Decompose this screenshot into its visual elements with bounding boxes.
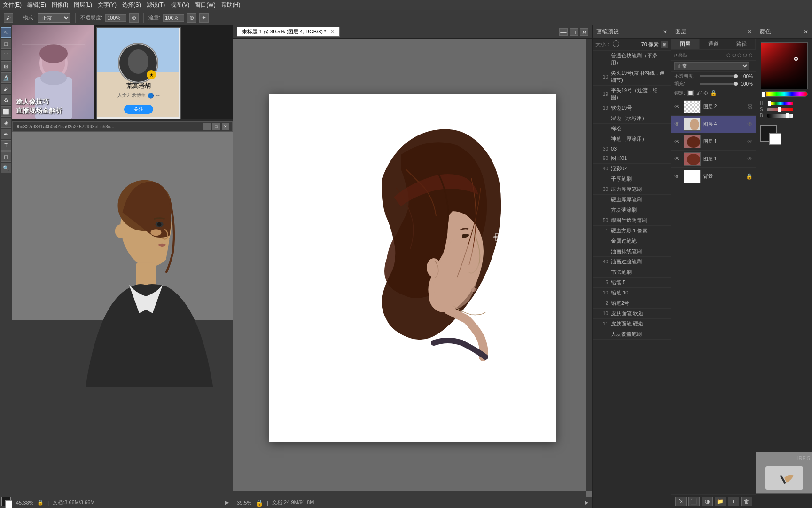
layer-eye-bg[interactable]: 👁 bbox=[674, 173, 681, 180]
layer-vis-1b[interactable]: 👁 bbox=[747, 156, 753, 162]
lock-all[interactable]: 🔒 bbox=[710, 90, 717, 96]
play-icon[interactable]: ▶ bbox=[225, 500, 229, 506]
adj-btn[interactable]: ◑ bbox=[702, 497, 713, 506]
eraser-tool[interactable]: ⬜ bbox=[1, 106, 11, 117]
menu-text[interactable]: 文字(Y) bbox=[98, 1, 117, 9]
delete-layer-btn[interactable]: 🗑 bbox=[741, 497, 752, 506]
brush-item-16[interactable]: 金属过笔笔 bbox=[593, 236, 671, 246]
h-thumb[interactable] bbox=[767, 101, 771, 106]
brush-item-3[interactable]: 19 软边19号 bbox=[593, 103, 671, 113]
opacity-thumb[interactable] bbox=[734, 74, 738, 78]
s-thumb[interactable] bbox=[778, 107, 781, 112]
paint-bucket-tool[interactable]: ◈ bbox=[1, 118, 11, 128]
zoom-tool[interactable]: 🔍 bbox=[1, 163, 11, 173]
lock-transparent[interactable]: 🔲 bbox=[687, 90, 694, 96]
blend-mode-dropdown[interactable]: 正常 bbox=[38, 13, 70, 23]
brush-item-2[interactable]: 19 平头19号（过渡，细圆） bbox=[593, 86, 671, 103]
brush-tool-icon[interactable]: 🖌 bbox=[4, 13, 13, 23]
s-slider[interactable] bbox=[767, 108, 793, 111]
brush-item-6[interactable]: 神笔（厚涂用） bbox=[593, 134, 671, 144]
lock-paint[interactable]: 🖌 bbox=[696, 90, 702, 96]
brush-item-17[interactable]: 油画排线笔刷 bbox=[593, 246, 671, 257]
brush-item-21[interactable]: 10 铅笔 10 bbox=[593, 288, 671, 298]
layer-item-bg[interactable]: 👁 背景 🔒 bbox=[671, 168, 756, 185]
hue-thumb[interactable] bbox=[761, 91, 766, 98]
hue-slider[interactable] bbox=[761, 91, 808, 97]
color-close[interactable]: ✕ bbox=[804, 29, 808, 35]
brush-item-11[interactable]: 30 压力厚厚笔刷 bbox=[593, 184, 671, 195]
brush-item-13[interactable]: 方块薄涂刷 bbox=[593, 205, 671, 215]
stream-close-btn[interactable]: ✕ bbox=[222, 123, 229, 130]
lock-move[interactable]: ✣ bbox=[703, 90, 708, 96]
layer-item-1a[interactable]: 👁 图层 1 👁 bbox=[671, 133, 756, 151]
h-scrollbar[interactable] bbox=[233, 491, 586, 497]
menu-help[interactable]: 帮助(H) bbox=[221, 1, 241, 9]
shape-tool[interactable]: ◻ bbox=[1, 151, 11, 162]
new-layer-btn[interactable]: + bbox=[728, 497, 739, 506]
v-scrollbar[interactable] bbox=[586, 39, 592, 491]
minimize-btn[interactable]: — bbox=[559, 28, 568, 36]
brush-item-9[interactable]: 40 混彩02 bbox=[593, 164, 671, 174]
color-minimize[interactable]: — bbox=[796, 29, 802, 35]
play-btn[interactable]: ▶ bbox=[585, 500, 588, 506]
brush-item-12[interactable]: 硬边厚厚笔刷 bbox=[593, 195, 671, 205]
brush-item-1[interactable]: 10 尖头19号(常用勾线，画细节) bbox=[593, 68, 671, 86]
menu-file[interactable]: 文件(E) bbox=[3, 1, 22, 9]
layers-minimize[interactable]: — bbox=[739, 29, 744, 35]
stream-restore-btn[interactable]: □ bbox=[212, 123, 220, 130]
layer-item-1b[interactable]: 👁 图层 1 👁 bbox=[671, 151, 756, 168]
brush-item-22[interactable]: 2 铅笔2号 bbox=[593, 298, 671, 309]
marquee-tool[interactable]: □ bbox=[1, 39, 11, 49]
bg-swatch[interactable] bbox=[769, 133, 781, 145]
menu-filter[interactable]: 滤镜(T) bbox=[147, 1, 165, 9]
menu-select[interactable]: 选择(S) bbox=[122, 1, 141, 9]
brush-item-15[interactable]: 1 硬边方形 1 像素 bbox=[593, 226, 671, 236]
menu-layer[interactable]: 图层(L) bbox=[74, 1, 92, 9]
flow-input[interactable] bbox=[163, 14, 184, 22]
tab-layers[interactable]: 图层 bbox=[671, 39, 700, 49]
crop-tool[interactable]: ⊠ bbox=[1, 61, 11, 71]
eyedrop-tool[interactable]: 🔬 bbox=[1, 72, 11, 83]
stream-minimize-btn[interactable]: — bbox=[203, 123, 211, 130]
opacity-icon[interactable]: ⊕ bbox=[129, 13, 139, 23]
menu-edit[interactable]: 编辑(E) bbox=[27, 1, 46, 9]
restore-btn[interactable]: □ bbox=[570, 28, 578, 36]
move-tool[interactable]: ↖ bbox=[1, 27, 11, 38]
layer-eye-1a[interactable]: 👁 bbox=[674, 138, 681, 145]
tab-paths[interactable]: 路径 bbox=[727, 39, 756, 49]
mask-btn[interactable]: ⬛ bbox=[688, 497, 700, 506]
brush-item-7[interactable]: 30 03 bbox=[593, 144, 671, 153]
brush-item-18[interactable]: 40 油画过渡笔刷 bbox=[593, 257, 671, 267]
brush-item-24[interactable]: 11 皮肤面笔·硬边 bbox=[593, 319, 671, 329]
layer-eye-2[interactable]: 👁 bbox=[674, 103, 681, 110]
lasso-tool[interactable]: ⌒ bbox=[1, 50, 11, 60]
canvas-tab-active[interactable]: 未标题-1 @ 39.5% (图层 4, RGB/8) * ✕ bbox=[237, 27, 340, 37]
layer-item-4[interactable]: 👁 图层 4 👁 bbox=[671, 116, 756, 133]
fill-track[interactable] bbox=[700, 83, 738, 85]
layer-vis-1a[interactable]: 👁 bbox=[747, 138, 753, 145]
brush-item-0[interactable]: 普通色块笔刷（平滑用） bbox=[593, 51, 671, 68]
airbrush-icon[interactable]: ✦ bbox=[199, 13, 209, 23]
opacity-track[interactable] bbox=[700, 75, 738, 77]
fill-thumb[interactable] bbox=[734, 82, 738, 86]
layer-eye-4[interactable]: 👁 bbox=[674, 121, 681, 127]
brush-item-10[interactable]: 千厚笔刷 bbox=[593, 174, 671, 184]
fx-btn[interactable]: fx bbox=[675, 497, 687, 506]
brush-minimize[interactable]: — bbox=[654, 29, 660, 35]
group-btn[interactable]: 📁 bbox=[715, 497, 726, 506]
menu-window[interactable]: 窗口(W) bbox=[195, 1, 215, 9]
brush-item-23[interactable]: 10 皮肤面笔·软边 bbox=[593, 309, 671, 319]
pen-tool[interactable]: ✒ bbox=[1, 129, 11, 139]
follow-icon[interactable]: 🔵 bbox=[148, 93, 154, 99]
follow-button[interactable]: 关注 bbox=[124, 105, 153, 114]
brush-item-19[interactable]: 书法笔刷 bbox=[593, 267, 671, 278]
clone-tool[interactable]: ♻ bbox=[1, 95, 11, 105]
opacity-input[interactable] bbox=[105, 14, 126, 22]
close-btn[interactable]: ✕ bbox=[580, 28, 588, 36]
brush-close[interactable]: ✕ bbox=[663, 29, 667, 35]
flow-icon[interactable]: ⊕ bbox=[187, 13, 196, 23]
brush-tool[interactable]: 🖌 bbox=[1, 84, 11, 94]
brush-item-14[interactable]: 50 糊圆半透明笔刷 bbox=[593, 215, 671, 226]
tab-channels[interactable]: 通道 bbox=[700, 39, 728, 49]
brush-item-25[interactable]: 大块覆盖笔刷 bbox=[593, 329, 671, 340]
